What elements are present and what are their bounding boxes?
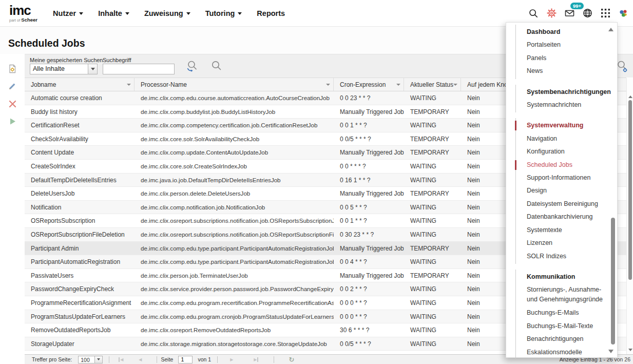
- menu-item-buchungs-e-mail-texte[interactable]: Buchungs-E-Mail-Texte: [527, 320, 617, 333]
- app-grid-icon[interactable]: [600, 8, 611, 19]
- language-globe-icon[interactable]: [582, 8, 593, 19]
- cell-processor: de.imc.clix.person.job.TerminateUserJob: [135, 269, 334, 282]
- scroll-down-arrow-icon[interactable]: [628, 349, 632, 351]
- menu-item-news[interactable]: News: [527, 65, 617, 78]
- cell-processor: de.imc.clix.osreport.subscriptions.notif…: [135, 214, 334, 227]
- cell-jobname: Buddy list history: [25, 105, 135, 119]
- menu-item-systemtexte[interactable]: Systemtexte: [527, 224, 617, 237]
- cell-processor: de.imc.clix.comp.edu.program.recertifica…: [135, 296, 334, 310]
- scroll-up-arrow-icon[interactable]: [628, 95, 632, 98]
- cell-processor: de.imc.clix.comp.notification.job.Notifi…: [135, 201, 334, 214]
- imc-logo[interactable]: imc part of Scheer: [9, 4, 37, 23]
- chevron-down-icon: [125, 12, 129, 15]
- menu-item-systemnachrichten[interactable]: Systemnachrichten: [527, 99, 617, 111]
- nav-item-reports[interactable]: Reports: [257, 9, 285, 17]
- menu-item-dateisystem-bereinigung[interactable]: Dateisystem Bereinigung: [527, 198, 617, 210]
- play-icon: [8, 117, 17, 126]
- delete-job-button[interactable]: [0, 96, 25, 111]
- cell-cron: Manually Triggered Job: [334, 146, 404, 159]
- cell-cron: Manually Triggered Job: [334, 105, 404, 119]
- menu-item-lizenzen[interactable]: Lizenzen: [527, 237, 617, 250]
- chevron-down-icon[interactable]: [88, 64, 97, 74]
- filter-arrow-icon[interactable]: [127, 84, 131, 86]
- menu-item-stornierungs-ausnahme-und-genehmigungsgr-nde[interactable]: Stornierungs-, Ausnahme-und Genehmigungs…: [527, 283, 617, 306]
- menu-scroll-up-arrow-icon[interactable]: [608, 28, 613, 31]
- edit-job-button[interactable]: [0, 79, 25, 94]
- menu-item-benachrichtigungen[interactable]: Benachrichtigungen: [527, 333, 617, 346]
- search-icon[interactable]: [528, 8, 539, 19]
- scrollbar-thumb[interactable]: [628, 100, 632, 280]
- menu-item-scheduled-jobs[interactable]: Scheduled Jobs: [527, 159, 617, 171]
- cell-status: WAITING: [404, 119, 461, 132]
- column-header-processor[interactable]: Processor-Name: [135, 78, 334, 91]
- search-button[interactable]: [209, 60, 223, 74]
- next-page-button[interactable]: ▶: [230, 357, 233, 362]
- cell-jobname: ProgrammeRecertificationAsignment: [25, 296, 135, 310]
- last-page-button[interactable]: ▶: [254, 357, 258, 362]
- run-saved-search-button[interactable]: [185, 60, 198, 74]
- menu-item-navigation[interactable]: Navigation: [527, 132, 617, 145]
- menu-item-eskalationsmodelle[interactable]: Eskalationsmodelle: [527, 346, 617, 359]
- new-job-button[interactable]: [0, 61, 25, 76]
- cell-jobname: CertificationReset: [25, 119, 135, 132]
- cell-status: WAITING: [404, 310, 461, 323]
- cell-status: TEMPORARY: [404, 242, 461, 255]
- community-icon[interactable]: [618, 8, 629, 19]
- cell-processor: de.imc.clix.comp.edu.type.participant.Pa…: [135, 242, 334, 255]
- menu-item-portalseiten[interactable]: Portalseiten: [527, 39, 617, 51]
- menu-item-systemverwaltung[interactable]: Systemverwaltung: [527, 119, 617, 132]
- settings-gear-icon[interactable]: [546, 8, 557, 19]
- logo-partof: part of: [9, 18, 20, 23]
- menu-item-support-informationen[interactable]: Support-Informationen: [527, 171, 617, 184]
- page-scrollbar[interactable]: [626, 78, 633, 354]
- nav-item-tutoring[interactable]: Tutoring: [205, 9, 242, 17]
- column-header-cron[interactable]: Cron-Expression: [334, 78, 404, 91]
- nav-item-nutzer[interactable]: Nutzer: [53, 9, 83, 17]
- cell-cron: Manually Triggered Job: [334, 269, 404, 282]
- per-page-select[interactable]: 100: [78, 356, 103, 363]
- mail-badge: 99+: [570, 3, 584, 10]
- chevron-down-icon: [186, 12, 190, 15]
- nav-item-zuweisung[interactable]: Zuweisung: [144, 9, 190, 17]
- cell-jobname: ParticipantAutomaticRegistration: [25, 255, 135, 269]
- cell-jobname: DefaultTempDirDeleteIlsEntries: [25, 174, 135, 187]
- menu-item-panels[interactable]: Panels: [527, 52, 617, 65]
- mail-icon[interactable]: 99+: [564, 8, 575, 19]
- menu-item-buchungs-e-mails[interactable]: Buchungs-E-Mails: [527, 306, 617, 319]
- column-header-status[interactable]: Aktueller Status: [404, 78, 461, 91]
- nav-item-inhalte[interactable]: Inhalte: [98, 9, 129, 17]
- prev-page-button[interactable]: ◀: [139, 357, 142, 362]
- cell-status: WAITING: [404, 337, 461, 351]
- page-input[interactable]: [178, 356, 193, 363]
- menu-group: SystembenachrichtigungenSystemnachrichte…: [515, 85, 617, 113]
- cell-jobname: Notification: [25, 201, 135, 214]
- cell-status: WAITING: [404, 201, 461, 214]
- refresh-icon[interactable]: ↻: [289, 356, 294, 363]
- chevron-down-icon[interactable]: [94, 356, 102, 363]
- cell-jobname: StorageUpdater: [25, 337, 135, 351]
- logo-text: imc: [9, 4, 37, 17]
- cell-status: TEMPORARY: [404, 146, 461, 159]
- cell-jobname: Content Update: [25, 146, 135, 159]
- filter-arrow-icon[interactable]: [453, 84, 457, 86]
- menu-item-solr-indizes[interactable]: SOLR Indizes: [527, 250, 617, 263]
- search-term-input[interactable]: [103, 64, 175, 74]
- menu-scrollbar-thumb[interactable]: [611, 218, 615, 344]
- menu-item-design[interactable]: Design: [527, 184, 617, 197]
- menu-item-systembenachrichtigungen[interactable]: Systembenachrichtigungen: [527, 86, 617, 99]
- saved-search-select[interactable]: Alle Inhalte: [30, 64, 98, 74]
- run-job-button[interactable]: [0, 113, 25, 129]
- cell-cron: 30 6 * * * ?: [334, 323, 404, 337]
- cell-processor: de.imc.clix.storage.migration.storagetos…: [135, 337, 334, 351]
- first-page-button[interactable]: ◀: [119, 357, 123, 362]
- menu-item-datenbankarchivierung[interactable]: Datenbankarchivierung: [527, 210, 617, 223]
- filter-arrow-icon[interactable]: [326, 84, 330, 86]
- cell-status: TEMPORARY: [404, 132, 461, 146]
- menu-scroll-down-arrow-icon[interactable]: [608, 350, 613, 353]
- filter-arrow-icon[interactable]: [396, 84, 400, 86]
- menu-item-dashboard[interactable]: Dashboard: [527, 26, 617, 39]
- menu-item-konfiguration[interactable]: Konfiguration: [527, 145, 617, 158]
- column-header-jobname[interactable]: Jobname: [25, 78, 135, 91]
- menu-item-kommunikation[interactable]: Kommunikation: [527, 271, 617, 283]
- cell-jobname: PasswordChangeExpiryCheck: [25, 282, 135, 296]
